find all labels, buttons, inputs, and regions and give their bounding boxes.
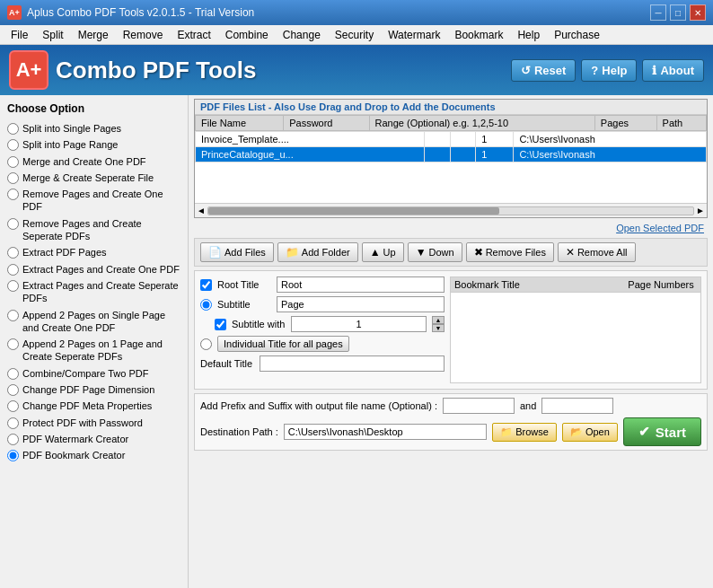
sidebar-label-bookmark[interactable]: PDF Bookmark Creator <box>22 449 125 461</box>
spinner-down-button[interactable]: ▼ <box>432 324 445 332</box>
sidebar-item-remove-separate[interactable]: Remove Pages and Create Seperate PDFs <box>4 215 184 245</box>
browse-button[interactable]: 📁 Browse <box>492 423 557 442</box>
menu-bookmark[interactable]: Bookmark <box>447 27 510 43</box>
sidebar-label-extract-one[interactable]: Extract Pages and Create One PDF <box>22 263 180 276</box>
sidebar-radio-split-single[interactable] <box>7 123 19 135</box>
sidebar-radio-append-1page[interactable] <box>7 338 19 350</box>
scroll-left-btn[interactable]: ◄ <box>197 206 206 215</box>
sidebar-item-extract-pages[interactable]: Extract PDF Pages <box>4 244 184 260</box>
sidebar-radio-extract-one[interactable] <box>7 264 19 276</box>
close-button[interactable]: ✕ <box>690 4 706 21</box>
subtitle-input[interactable]: Page <box>277 296 445 312</box>
reset-button[interactable]: ↺ Reset <box>511 59 576 82</box>
down-button[interactable]: ▼ Down <box>408 242 462 262</box>
individual-title-button[interactable]: Individual Title for all pages <box>217 336 349 352</box>
menu-extract[interactable]: Extract <box>170 27 217 43</box>
sidebar-label-remove-separate[interactable]: Remove Pages and Create Seperate PDFs <box>22 217 180 243</box>
sidebar-label-remove-one[interactable]: Remove Pages and Create One PDF <box>22 188 180 214</box>
sidebar-radio-remove-separate[interactable] <box>7 218 19 230</box>
sidebar-item-extract-separate[interactable]: Extract Pages and Create Seperate PDFs <box>4 277 184 307</box>
maximize-button[interactable]: □ <box>670 4 686 21</box>
sidebar-item-split-range[interactable]: Split into Page Range <box>4 136 184 153</box>
menu-purchase[interactable]: Purchase <box>547 27 607 43</box>
sidebar-label-append-single[interactable]: Append 2 Pages on Single Page and Create… <box>22 309 180 335</box>
root-title-label[interactable]: Root Title <box>217 279 271 290</box>
menu-security[interactable]: Security <box>328 27 381 43</box>
sidebar-label-append-1page[interactable]: Append 2 Pages on 1 Page and Create Sepe… <box>22 338 180 364</box>
menu-watermark[interactable]: Watermark <box>381 27 447 43</box>
sidebar-radio-merge-separate[interactable] <box>7 172 19 184</box>
sidebar-radio-dimension[interactable] <box>7 384 19 396</box>
open-button[interactable]: 📂 Open <box>562 423 618 442</box>
destination-input[interactable]: C:\Users\Ivonash\Desktop <box>284 424 487 440</box>
subtitle-with-checkbox[interactable] <box>215 319 226 330</box>
add-files-button[interactable]: 📄 Add Files <box>200 242 274 262</box>
sidebar-label-extract-separate[interactable]: Extract Pages and Create Seperate PDFs <box>22 279 180 305</box>
table-row[interactable]: Invoice_Template.... 1 C:\Users\Ivonash <box>196 132 707 147</box>
sidebar-label-split-range[interactable]: Split into Page Range <box>22 138 118 151</box>
horizontal-scrollbar[interactable]: ◄ ► <box>195 203 707 217</box>
sidebar-item-extract-one[interactable]: Extract Pages and Create One PDF <box>4 261 184 277</box>
sidebar-item-append-1page[interactable]: Append 2 Pages on 1 Page and Create Sepe… <box>4 336 184 365</box>
menu-combine[interactable]: Combine <box>218 27 276 43</box>
subtitle-with-input[interactable]: 1 <box>291 316 427 332</box>
sidebar-radio-bookmark[interactable] <box>7 450 19 461</box>
sidebar-radio-extract-pages[interactable] <box>7 247 19 259</box>
up-button[interactable]: ▲ Up <box>362 242 404 262</box>
sidebar-item-remove-one[interactable]: Remove Pages and Create One PDF <box>4 186 184 215</box>
sidebar-radio-extract-separate[interactable] <box>7 280 19 292</box>
menu-remove[interactable]: Remove <box>116 27 171 43</box>
spinner-up-button[interactable]: ▲ <box>432 316 445 324</box>
sidebar-label-watermark[interactable]: PDF Watermark Creator <box>22 433 128 445</box>
sidebar-radio-meta[interactable] <box>7 400 19 412</box>
sidebar-label-combine[interactable]: Combine/Compare Two PDF <box>22 367 148 380</box>
sidebar-item-dimension[interactable]: Change PDF Page Dimension <box>4 382 184 398</box>
menu-merge[interactable]: Merge <box>71 27 116 43</box>
sidebar-label-dimension[interactable]: Change PDF Page Dimension <box>22 383 154 396</box>
sidebar-item-combine[interactable]: Combine/Compare Two PDF <box>4 365 184 382</box>
sidebar-item-merge-one[interactable]: Merge and Create One PDF <box>4 154 184 170</box>
sidebar-item-split-single[interactable]: Split into Single Pages <box>4 120 184 136</box>
remove-files-button[interactable]: ✖ Remove Files <box>466 242 554 262</box>
sidebar-label-split-single[interactable]: Split into Single Pages <box>22 122 121 135</box>
sidebar-label-merge-separate[interactable]: Merge & Create Seperate File <box>22 171 154 184</box>
root-title-checkbox[interactable] <box>200 279 212 291</box>
sidebar-radio-append-single[interactable] <box>7 310 19 321</box>
sidebar-item-meta[interactable]: Change PDF Meta Properties <box>4 398 184 414</box>
root-title-input[interactable]: Root <box>277 276 445 293</box>
scroll-track[interactable] <box>207 206 694 215</box>
sidebar-item-append-single[interactable]: Append 2 Pages on Single Page and Create… <box>4 307 184 337</box>
sidebar-label-merge-one[interactable]: Merge and Create One PDF <box>22 155 146 168</box>
open-selected-pdf-link[interactable]: Open Selected PDF <box>194 222 708 234</box>
table-row[interactable]: PrinceCatalogue_u... 1 C:\Users\Ivonash <box>196 147 707 162</box>
add-folder-button[interactable]: 📁 Add Folder <box>277 242 358 262</box>
suffix-input[interactable] <box>541 398 613 414</box>
sidebar-label-meta[interactable]: Change PDF Meta Properties <box>22 399 152 412</box>
menu-change[interactable]: Change <box>276 27 328 43</box>
menu-help[interactable]: Help <box>510 27 547 43</box>
scroll-right-btn[interactable]: ► <box>696 206 705 215</box>
about-button[interactable]: ℹ About <box>642 59 704 82</box>
sidebar-item-bookmark[interactable]: PDF Bookmark Creator <box>4 447 184 463</box>
sidebar-radio-watermark[interactable] <box>7 434 19 445</box>
help-button[interactable]: ? Help <box>581 59 637 82</box>
subtitle-with-label[interactable]: Subtitle with <box>232 319 286 329</box>
subtitle-radio[interactable] <box>200 299 212 311</box>
sidebar-label-protect[interactable]: Protect PDF with Password <box>22 417 143 429</box>
sidebar-radio-merge-one[interactable] <box>7 156 19 168</box>
minimize-button[interactable]: ─ <box>650 4 666 21</box>
default-title-input[interactable] <box>260 355 445 372</box>
sidebar-item-protect[interactable]: Protect PDF with Password <box>4 415 184 431</box>
sidebar-radio-combine[interactable] <box>7 368 19 380</box>
sidebar-item-watermark[interactable]: PDF Watermark Creator <box>4 431 184 447</box>
sidebar-label-extract-pages[interactable]: Extract PDF Pages <box>22 246 107 259</box>
sidebar-radio-split-range[interactable] <box>7 139 19 151</box>
menu-file[interactable]: File <box>4 27 35 43</box>
menu-split[interactable]: Split <box>35 27 70 43</box>
sidebar-radio-protect[interactable] <box>7 417 19 429</box>
sidebar-item-merge-separate[interactable]: Merge & Create Seperate File <box>4 170 184 186</box>
sidebar-radio-remove-one[interactable] <box>7 189 19 200</box>
individual-title-radio[interactable] <box>200 338 212 350</box>
prefix-input[interactable] <box>443 398 515 414</box>
subtitle-label[interactable]: Subtitle <box>217 299 271 310</box>
